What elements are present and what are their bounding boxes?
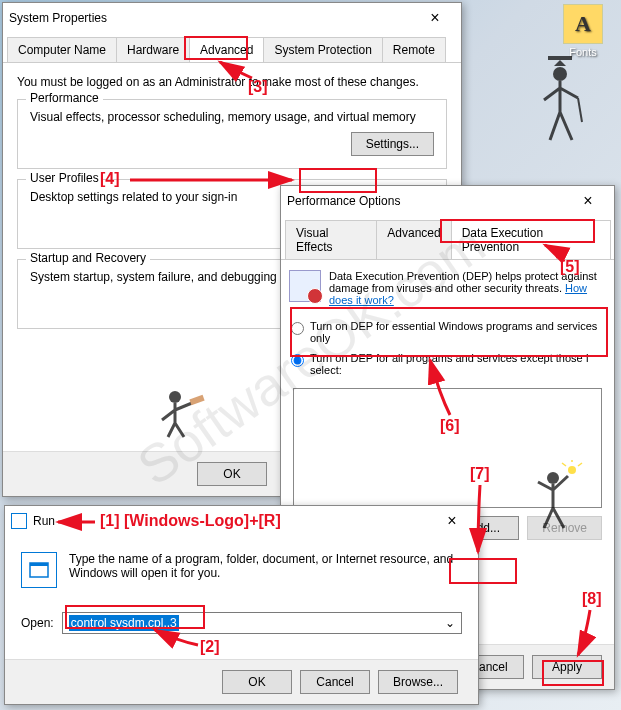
run-browse-button[interactable]: Browse... bbox=[378, 670, 458, 694]
performance-title: Performance bbox=[26, 91, 103, 105]
fonts-label: Fonts bbox=[569, 46, 597, 58]
dep-description: Data Execution Prevention (DEP) helps pr… bbox=[329, 270, 597, 294]
perfopts-tabstrip: Visual Effects Advanced Data Execution P… bbox=[281, 216, 614, 260]
run-open-row: Open: control sysdm.cpl,,3 ⌄ bbox=[5, 604, 478, 642]
sysprops-tabstrip: Computer Name Hardware Advanced System P… bbox=[3, 33, 461, 63]
run-dialog: Run × Type the name of a program, folder… bbox=[4, 505, 479, 705]
fonts-icon bbox=[563, 4, 603, 44]
tab-dep[interactable]: Data Execution Prevention bbox=[451, 220, 611, 259]
run-cancel-button[interactable]: Cancel bbox=[300, 670, 370, 694]
dep-shield-icon bbox=[289, 270, 321, 302]
sysprops-titlebar: System Properties × bbox=[3, 3, 461, 33]
performance-groupbox: Performance Visual effects, processor sc… bbox=[17, 99, 447, 169]
close-icon[interactable]: × bbox=[432, 512, 472, 530]
run-titlebar: Run × bbox=[5, 506, 478, 536]
svg-rect-1 bbox=[30, 563, 48, 566]
chevron-down-icon[interactable]: ⌄ bbox=[445, 616, 455, 630]
run-open-label: Open: bbox=[21, 616, 54, 630]
dep-remove-button: Remove bbox=[527, 516, 602, 540]
dep-radio-essential-label: Turn on DEP for essential Windows progra… bbox=[310, 320, 604, 344]
dep-description-row: Data Execution Prevention (DEP) helps pr… bbox=[281, 260, 614, 316]
dep-radio-essential-input[interactable] bbox=[291, 322, 304, 335]
decorative-figure-graduate bbox=[520, 50, 600, 160]
close-icon[interactable]: × bbox=[415, 9, 455, 27]
perfopts-title: Performance Options bbox=[287, 194, 400, 208]
dep-radio-all[interactable]: Turn on DEP for all programs and service… bbox=[281, 348, 614, 380]
svg-point-7 bbox=[553, 67, 567, 81]
performance-desc: Visual effects, processor scheduling, me… bbox=[30, 110, 434, 124]
dep-radio-all-input[interactable] bbox=[291, 354, 304, 367]
tab-hardware[interactable]: Hardware bbox=[116, 37, 190, 62]
run-buttonrow: OK Cancel Browse... bbox=[5, 659, 478, 704]
tab-system-protection[interactable]: System Protection bbox=[263, 37, 382, 62]
run-app-icon bbox=[21, 552, 57, 588]
perfopts-titlebar: Performance Options × bbox=[281, 186, 614, 216]
sysprops-ok-button[interactable]: OK bbox=[197, 462, 267, 486]
run-title: Run bbox=[33, 514, 55, 528]
run-ok-button[interactable]: OK bbox=[222, 670, 292, 694]
run-open-value: control sysdm.cpl,,3 bbox=[69, 615, 179, 631]
dep-radio-all-label: Turn on DEP for all programs and service… bbox=[310, 352, 604, 376]
desktop-fonts-shortcut[interactable]: Fonts bbox=[563, 4, 603, 58]
tab-computer-name[interactable]: Computer Name bbox=[7, 37, 117, 62]
startup-title: Startup and Recovery bbox=[26, 251, 150, 265]
perfopts-apply-button[interactable]: Apply bbox=[532, 655, 602, 679]
tab-advanced[interactable]: Advanced bbox=[189, 37, 264, 62]
run-body: Type the name of a program, folder, docu… bbox=[5, 536, 478, 604]
performance-settings-button[interactable]: Settings... bbox=[351, 132, 434, 156]
dep-radio-essential[interactable]: Turn on DEP for essential Windows progra… bbox=[281, 316, 614, 348]
tab-advanced-perf[interactable]: Advanced bbox=[376, 220, 451, 259]
run-window-icon bbox=[11, 513, 27, 529]
admin-note: You must be logged on as an Administrato… bbox=[17, 75, 447, 89]
tab-visual-effects[interactable]: Visual Effects bbox=[285, 220, 377, 259]
user-profiles-title: User Profiles bbox=[26, 171, 103, 185]
run-description: Type the name of a program, folder, docu… bbox=[69, 552, 462, 580]
close-icon[interactable]: × bbox=[568, 192, 608, 210]
run-open-combobox[interactable]: control sysdm.cpl,,3 ⌄ bbox=[62, 612, 462, 634]
tab-remote[interactable]: Remote bbox=[382, 37, 446, 62]
dep-exception-list[interactable] bbox=[293, 388, 602, 508]
sysprops-title: System Properties bbox=[9, 11, 107, 25]
